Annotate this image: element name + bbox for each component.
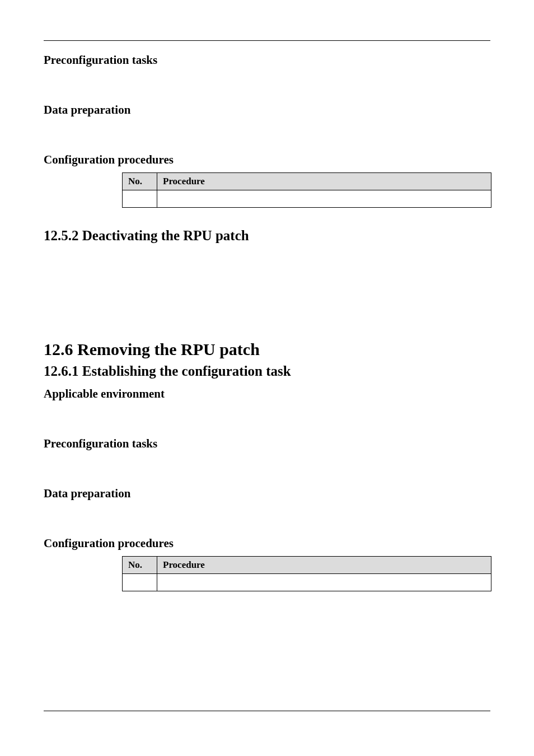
heading-configuration-procedures: Configuration procedures [44, 153, 490, 167]
table-header-row: No. Procedure [123, 557, 491, 574]
heading-preconfiguration-tasks-2: Preconfiguration tasks [44, 437, 490, 451]
procedure-table-b: No. Procedure [122, 556, 490, 591]
col-header-no: No. [123, 173, 157, 190]
cell-procedure [157, 190, 491, 208]
heading-data-preparation: Data preparation [44, 103, 490, 117]
cell-no [123, 190, 157, 208]
table-header-row: No. Procedure [123, 173, 491, 190]
header-rule [44, 40, 490, 41]
cell-no [123, 574, 157, 591]
heading-data-preparation-2: Data preparation [44, 487, 490, 501]
heading-establishing-configuration-task: 12.6.1 Establishing the configuration ta… [44, 363, 490, 379]
heading-deactivating-rpu-patch: 12.5.2 Deactivating the RPU patch [44, 228, 490, 244]
col-header-procedure: Procedure [157, 557, 491, 574]
procedure-table-a: No. Procedure [122, 172, 490, 208]
page-container: Preconfiguration tasks Data preparation … [0, 0, 534, 756]
heading-removing-rpu-patch: 12.6 Removing the RPU patch [44, 340, 490, 359]
table-row [123, 574, 491, 591]
cell-procedure [157, 574, 491, 591]
footer-rule [44, 711, 490, 711]
col-header-no: No. [123, 557, 157, 574]
heading-preconfiguration-tasks: Preconfiguration tasks [44, 53, 490, 67]
table-row [123, 190, 491, 208]
heading-configuration-procedures-2: Configuration procedures [44, 536, 490, 550]
heading-applicable-environment: Applicable environment [44, 387, 490, 401]
col-header-procedure: Procedure [157, 173, 491, 190]
